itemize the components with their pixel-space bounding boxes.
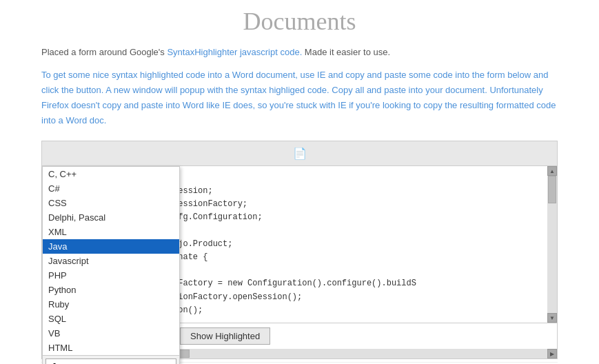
language-dropdown-overlay: C, C++ C# CSS Delphi, Pascal XML Java Ja… — [42, 166, 180, 364]
scroll-right-button[interactable]: ▶ — [547, 349, 557, 358]
file-icon: 📄 — [293, 147, 307, 160]
scroll-thumb[interactable] — [548, 176, 556, 203]
dropdown-item-python[interactable]: Python — [43, 283, 179, 297]
scroll-up-button[interactable]: ▲ — [547, 166, 557, 176]
editor-container: 📄 C, C++ C# CSS Delphi, Pascal XML Java … — [41, 141, 558, 359]
scroll-down-button[interactable]: ▼ — [547, 313, 557, 323]
dropdown-item-javascript[interactable]: Javascript — [43, 254, 179, 268]
editor-toolbar: 📄 — [42, 141, 557, 166]
dropdown-item-sql[interactable]: SQL — [43, 312, 179, 326]
scroll-track — [548, 176, 556, 313]
intro-line: Placed a form around Google's SyntaxHigh… — [41, 46, 558, 59]
dropdown-item-delphi[interactable]: Delphi, Pascal — [43, 210, 179, 225]
description-text: To get some nice syntax highlighted code… — [41, 68, 558, 128]
intro-suffix: Made it easier to use. — [302, 47, 390, 57]
dropdown-item-vb[interactable]: VB — [43, 326, 179, 341]
page-title: Documents — [41, 0, 558, 46]
show-highlighted-button[interactable]: Show Highlighted — [180, 327, 270, 345]
dropdown-item-ruby[interactable]: Ruby — [43, 297, 179, 312]
dropdown-item-xml[interactable]: XML — [43, 225, 179, 239]
intro-link[interactable]: SyntaxHighlighter javascript code. — [167, 47, 302, 57]
page-wrapper: Documents Placed a form around Google's … — [0, 0, 599, 364]
editor-body: C, C++ C# CSS Delphi, Pascal XML Java Ja… — [42, 166, 557, 323]
dropdown-item-html[interactable]: HTML — [43, 341, 179, 355]
dropdown-select-row: Java C, C++ C# CSS Delphi, Pascal XML Ja… — [43, 355, 179, 364]
dropdown-item-css[interactable]: CSS — [43, 196, 179, 210]
dropdown-item-c-cpp[interactable]: C, C++ — [43, 167, 179, 181]
dropdown-item-php[interactable]: PHP — [43, 268, 179, 283]
dropdown-item-java[interactable]: Java — [43, 239, 179, 254]
vertical-scrollbar: ▲ ▼ — [547, 166, 557, 323]
intro-text: Placed a form around Google's — [41, 47, 167, 57]
language-select[interactable]: Java C, C++ C# CSS Delphi, Pascal XML Ja… — [45, 358, 176, 364]
dropdown-item-csharp[interactable]: C# — [43, 181, 179, 196]
